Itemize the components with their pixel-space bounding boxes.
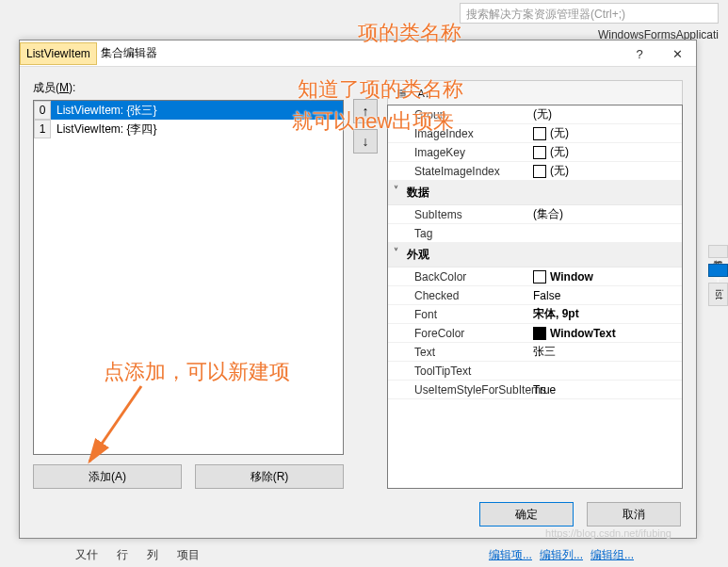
- list-item-index: 0: [34, 101, 51, 120]
- property-name: ImageKey: [388, 146, 529, 159]
- property-row[interactable]: SubItems(集合): [388, 205, 682, 224]
- property-grid[interactable]: Group(无)ImageIndex(无)ImageKey(无)StateIma…: [387, 105, 683, 489]
- property-name: ForeColor: [388, 327, 529, 340]
- property-row[interactable]: ToolTipText: [388, 362, 682, 381]
- property-value[interactable]: (无): [529, 144, 682, 160]
- property-value[interactable]: 张三: [529, 344, 682, 360]
- property-pane: ▤ A↓ Group(无)ImageIndex(无)ImageKey(无)Sta…: [387, 80, 683, 489]
- property-category[interactable]: 数据: [388, 181, 682, 205]
- bg-tab-2[interactable]: 工: [708, 264, 728, 277]
- property-row[interactable]: ImageKey(无): [388, 143, 682, 162]
- move-up-button[interactable]: ↑: [353, 99, 378, 123]
- property-name: SubItems: [388, 208, 529, 221]
- property-row[interactable]: Text张三: [388, 343, 682, 362]
- bg-status-1: 又什: [75, 547, 98, 563]
- property-name: Tag: [388, 227, 529, 240]
- help-button[interactable]: ?: [621, 40, 658, 67]
- property-value[interactable]: Window: [529, 270, 682, 284]
- edit-columns-link[interactable]: 编辑列...: [540, 547, 583, 563]
- list-item-text: ListViewItem: {李四}: [51, 120, 343, 138]
- property-row[interactable]: Font宋体, 9pt: [388, 305, 682, 324]
- collection-editor-dialog: ListViewItem 集合编辑器 ? ✕ 成员(M): 0ListViewI…: [19, 40, 697, 539]
- property-name: BackColor: [388, 270, 529, 284]
- property-row[interactable]: Group(无): [388, 105, 682, 124]
- property-row[interactable]: CheckedFalse: [388, 286, 682, 305]
- property-name: Font: [388, 308, 529, 321]
- property-name: StateImageIndex: [388, 165, 529, 178]
- property-name: UseItemStyleForSubItems: [388, 383, 529, 397]
- title-suffix: 集合编辑器: [97, 45, 157, 61]
- move-down-button[interactable]: ↓: [353, 129, 378, 154]
- property-toolbar: ▤ A↓: [387, 80, 683, 105]
- bg-action-links: 编辑项... 编辑列... 编辑组...: [489, 547, 634, 563]
- property-name: Checked: [388, 289, 529, 302]
- property-value[interactable]: (无): [529, 163, 682, 179]
- members-pane: 成员(M): 0ListViewItem: {张三}1ListViewItem:…: [33, 80, 344, 489]
- dialog-footer: 确定 取消: [479, 502, 681, 526]
- reorder-buttons: ↑ ↓: [353, 80, 378, 489]
- members-label: 成员(M):: [33, 80, 344, 96]
- edit-groups-link[interactable]: 编辑组...: [590, 547, 634, 563]
- remove-button[interactable]: 移除(R): [195, 464, 344, 489]
- cancel-button[interactable]: 取消: [587, 502, 681, 526]
- property-value[interactable]: (集合): [529, 206, 682, 222]
- property-category[interactable]: 外观: [388, 243, 682, 267]
- bg-tab-1[interactable]: 美视: [708, 245, 728, 258]
- alphabetical-icon[interactable]: A↓: [414, 84, 433, 103]
- color-swatch: [533, 165, 546, 178]
- members-listbox[interactable]: 0ListViewItem: {张三}1ListViewItem: {李四}: [33, 100, 344, 455]
- titlebar[interactable]: ListViewItem 集合编辑器 ? ✕: [20, 40, 696, 67]
- list-item-text: ListViewItem: {张三}: [51, 101, 343, 120]
- watermark: https://blog.csdn.net/ifubing: [545, 527, 671, 539]
- color-swatch: [533, 146, 546, 159]
- property-row[interactable]: ForeColorWindowText: [388, 324, 682, 343]
- bg-status-items: 又什 行 列 项目: [75, 547, 200, 563]
- list-item[interactable]: 1ListViewItem: {李四}: [34, 120, 343, 138]
- close-button[interactable]: ✕: [658, 40, 696, 67]
- color-swatch: [533, 270, 546, 284]
- property-row[interactable]: BackColorWindow: [388, 267, 682, 286]
- property-row[interactable]: StateImageIndex(无): [388, 162, 682, 181]
- property-name: ImageIndex: [388, 127, 529, 140]
- categorized-icon[interactable]: ▤: [392, 84, 411, 103]
- property-name: Text: [388, 346, 529, 359]
- bg-right-tabs: 美视 工 ist: [708, 245, 728, 306]
- search-placeholder-text: 搜索解决方案资源管理器(Ctrl+;): [466, 8, 625, 21]
- solution-explorer-search[interactable]: 搜索解决方案资源管理器(Ctrl+;): [460, 3, 719, 24]
- bg-status-4: 项目: [177, 547, 200, 563]
- property-row[interactable]: ImageIndex(无): [388, 124, 682, 143]
- bg-tab-3[interactable]: ist: [708, 283, 728, 306]
- property-value[interactable]: 宋体, 9pt: [529, 306, 682, 322]
- add-button[interactable]: 添加(A): [33, 464, 182, 489]
- property-value[interactable]: (无): [529, 106, 682, 122]
- property-row[interactable]: Tag: [388, 224, 682, 243]
- color-swatch: [533, 127, 546, 140]
- bg-status-3: 列: [147, 547, 158, 563]
- property-row[interactable]: UseItemStyleForSubItemsTrue: [388, 381, 682, 399]
- color-swatch: [533, 327, 546, 340]
- property-value[interactable]: (无): [529, 125, 682, 141]
- list-item-index: 1: [34, 120, 51, 138]
- ok-button[interactable]: 确定: [479, 502, 574, 526]
- property-value[interactable]: WindowText: [529, 327, 682, 340]
- title-classname-highlight: ListViewItem: [20, 42, 97, 65]
- bg-status-2: 行: [117, 547, 128, 563]
- property-value[interactable]: True: [529, 383, 682, 397]
- property-name: ToolTipText: [388, 364, 529, 378]
- list-item[interactable]: 0ListViewItem: {张三}: [34, 101, 343, 120]
- property-value[interactable]: False: [529, 289, 682, 302]
- edit-items-link[interactable]: 编辑项...: [489, 547, 532, 563]
- property-name: Group: [388, 108, 529, 122]
